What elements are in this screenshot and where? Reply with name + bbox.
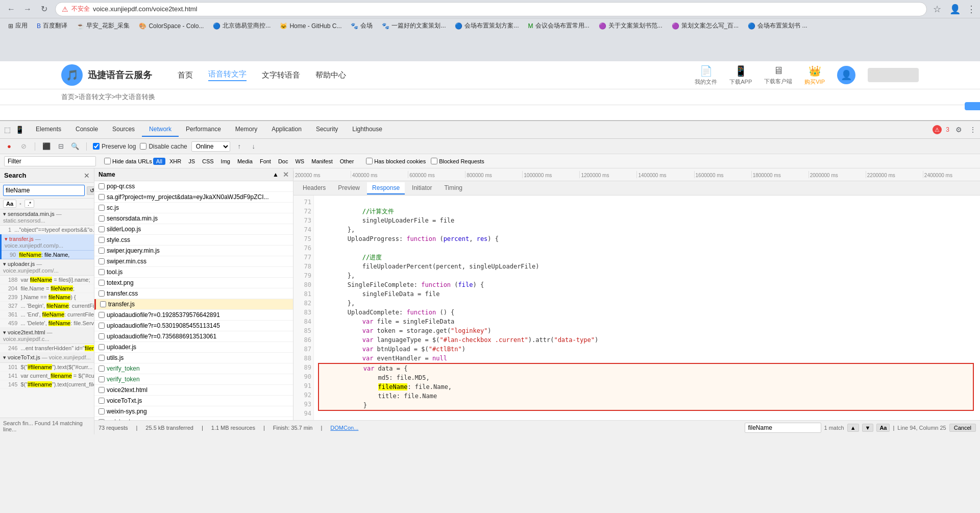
result-filename-voicetotxt[interactable]: ▾ voiceToTxt.js — voice.xunjiepdf...: [0, 353, 94, 363]
bookmark-baidu-translate[interactable]: B 百度翻译: [33, 20, 71, 31]
nav-home[interactable]: 首页: [178, 70, 193, 80]
file-row-checkbox[interactable]: [99, 226, 105, 232]
file-row-checkbox[interactable]: [99, 205, 105, 211]
result-filename-sensorsdata[interactable]: ▾ sensorsdata.min.js — static.sensorsd..…: [0, 209, 94, 226]
code-tab-response[interactable]: Response: [367, 182, 405, 194]
filter-media[interactable]: Media: [234, 158, 256, 165]
disable-cache-label[interactable]: Disable cache: [140, 143, 187, 150]
bookmark-apps[interactable]: ⊞ 应用: [4, 20, 32, 31]
filter-all[interactable]: All: [153, 158, 165, 165]
action-my-files[interactable]: 📄 我的文件: [695, 65, 717, 86]
search-button[interactable]: 🔍: [70, 141, 80, 152]
file-row-checkbox[interactable]: [99, 333, 105, 339]
float-contact-btn[interactable]: 在线客服: [965, 102, 980, 110]
bookmark-huichang[interactable]: 🐾 会场: [347, 20, 377, 31]
import-har-button[interactable]: ↑: [234, 141, 244, 152]
menu-icon[interactable]: ⋮: [967, 4, 976, 15]
bookmark-wenancf[interactable]: 🐾 一篇好的文案策划...: [378, 20, 450, 31]
file-row-sensorsdata[interactable]: sensorsdata.min.js: [94, 213, 293, 224]
disable-cache-checkbox[interactable]: [140, 143, 146, 150]
preserve-log-checkbox[interactable]: [93, 143, 100, 150]
file-row-pop-qr-css[interactable]: pop-qr.css: [94, 181, 293, 192]
filter-other[interactable]: Other: [337, 158, 357, 165]
prev-match-button[interactable]: ▲: [847, 424, 859, 432]
filter-font[interactable]: Font: [257, 158, 274, 165]
name-column-header[interactable]: Name ▲ ✕: [94, 168, 293, 181]
bookmark-wenancf2[interactable]: 🟣 关于文案策划书范...: [595, 20, 667, 31]
bookmark-meeting[interactable]: M 会议会场布置常用...: [524, 20, 594, 31]
file-row-checkbox[interactable]: [99, 290, 105, 297]
user-avatar[interactable]: 👤: [837, 66, 855, 84]
result-item-uploader-188[interactable]: 188 var fileName = files[i].name;: [0, 276, 94, 284]
result-item-vtxt-141[interactable]: 141 var current_filename = $("#curr...: [0, 372, 94, 380]
address-bar[interactable]: ⚠ 不安全 voice.xunjiepdf.com/voice2text.htm…: [55, 2, 927, 16]
bookmark-huichang3[interactable]: 🔵 会场布置策划书 ...: [744, 20, 811, 31]
export-har-button[interactable]: ↓: [249, 141, 259, 152]
bottom-search-input[interactable]: [745, 423, 821, 433]
settings-icon[interactable]: ⚙: [953, 125, 964, 135]
close-files-panel-icon[interactable]: ✕: [283, 170, 289, 179]
file-row-silderloop[interactable]: silderLoop.js: [94, 224, 293, 235]
tab-elements[interactable]: Elements: [29, 123, 68, 137]
file-row-sc-js[interactable]: sc.js: [94, 203, 293, 213]
nav-voice2text[interactable]: 语音转文字: [208, 69, 247, 81]
code-tab-preview[interactable]: Preview: [333, 182, 365, 194]
file-row-checkbox[interactable]: [99, 312, 105, 318]
tab-application[interactable]: Application: [264, 123, 309, 137]
bookmark-github[interactable]: 🐱 Home - GitHub C...: [276, 21, 346, 31]
bookmark-colorspace[interactable]: 🎨 ColorSpace - Colo...: [135, 21, 208, 31]
filter-js[interactable]: JS: [185, 158, 198, 165]
hide-data-urls-checkbox[interactable]: [104, 158, 111, 164]
file-row-checkbox[interactable]: [99, 258, 105, 264]
code-tab-initiator[interactable]: Initiator: [407, 182, 437, 194]
file-row-checkbox[interactable]: [99, 344, 105, 350]
inspect-element-icon[interactable]: ⬚: [2, 125, 12, 135]
nav-text2voice[interactable]: 文字转语音: [262, 70, 300, 80]
more-tools-icon[interactable]: ⋮: [968, 125, 978, 135]
nav-help[interactable]: 帮助中心: [315, 70, 346, 80]
result-item-vtxt-101[interactable]: 101 $("#filename").text($("#curr...: [0, 363, 94, 372]
record-button[interactable]: ●: [4, 141, 14, 152]
cancel-search-button[interactable]: Cancel: [949, 424, 976, 432]
file-row-upload2[interactable]: uploadaudiofile?r=0.53019085455113145: [94, 321, 293, 331]
forward-button[interactable]: →: [20, 2, 35, 16]
dom-content-link[interactable]: DOMCon...: [330, 425, 358, 431]
file-row-checkbox[interactable]: [99, 376, 105, 382]
back-button[interactable]: ←: [4, 2, 18, 16]
hide-data-urls-label[interactable]: Hide data URLs: [104, 158, 152, 164]
file-row-checkbox[interactable]: [99, 215, 105, 222]
has-blocked-cookies-label[interactable]: Has blocked cookies: [366, 158, 426, 164]
result-filename-uploader[interactable]: ▾ uploader.js — voice.xunjiepdf.com/...: [0, 259, 94, 276]
file-row-utils-js[interactable]: utils.js: [94, 353, 293, 363]
file-row-voicetotxt-js[interactable]: voiceToTxt.js: [94, 396, 293, 406]
result-item-transfer-90[interactable]: 90 fileName: file.Name,: [2, 251, 94, 259]
file-row-verify-token-1[interactable]: verify_token: [94, 363, 293, 374]
case-match-button[interactable]: Aa: [876, 424, 890, 432]
file-row-checkbox[interactable]: [99, 194, 105, 200]
tab-memory[interactable]: Memory: [228, 123, 264, 137]
tab-network[interactable]: Network: [142, 123, 179, 137]
bookmark-star-icon[interactable]: ☆: [933, 4, 941, 15]
tab-console[interactable]: Console: [68, 123, 105, 137]
code-tab-headers[interactable]: Headers: [298, 182, 331, 194]
throttle-select[interactable]: Online Fast 3G Slow 3G Offline: [191, 141, 230, 152]
result-item-uploader-327[interactable]: 327 ... 'Begin', fileName: currentFile..…: [0, 302, 94, 310]
file-row-sa-gif[interactable]: sa.gif?project=my_project&data=eyJkaXN0a…: [94, 192, 293, 203]
search-input[interactable]: [3, 185, 85, 196]
file-row-checkbox[interactable]: [99, 248, 105, 254]
bookmark-huichang2[interactable]: 🔵 会场布置策划方案...: [451, 20, 523, 31]
filter-icon[interactable]: ⊟: [56, 141, 66, 152]
result-item-uploader-361[interactable]: 361 ... 'End', fileName: currentFile...: [0, 310, 94, 319]
file-row-tool-js[interactable]: tool.js: [94, 267, 293, 278]
tab-sources[interactable]: Sources: [105, 123, 142, 137]
file-row-upload1[interactable]: uploadaudiofile?r=0.19285379576642891: [94, 310, 293, 321]
filter-manifest[interactable]: Manifest: [308, 158, 336, 165]
file-row-checkbox[interactable]: [99, 408, 105, 414]
filter-ws[interactable]: WS: [292, 158, 307, 165]
search-refresh-button[interactable]: ↺: [87, 186, 94, 195]
result-filename-voice2text[interactable]: ▾ voice2text.html — voice.xunjiepdf.c...: [0, 328, 94, 344]
file-row-checkbox[interactable]: [99, 237, 105, 243]
blocked-requests-label[interactable]: Blocked Requests: [431, 158, 484, 164]
result-item-vtxt-145[interactable]: 145 $("#filename").text(current_file...: [0, 380, 94, 389]
tab-security[interactable]: Security: [309, 123, 345, 137]
